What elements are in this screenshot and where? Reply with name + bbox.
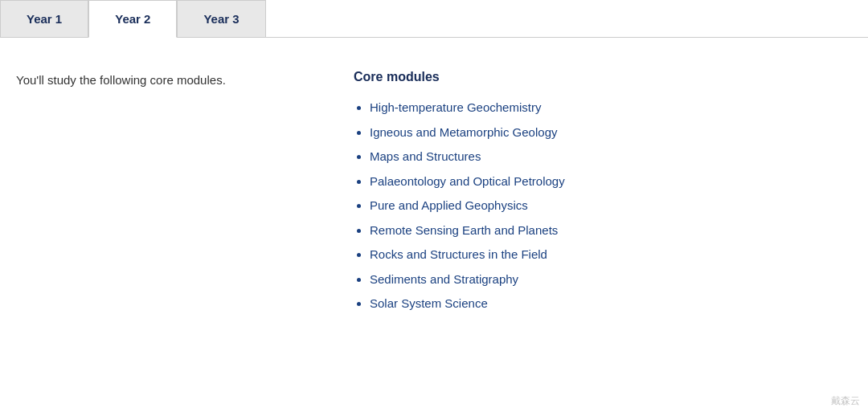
module-item[interactable]: Maps and Structures — [370, 145, 852, 169]
module-item[interactable]: Solar System Science — [370, 292, 852, 316]
module-item[interactable]: Remote Sensing Earth and Planets — [370, 218, 852, 243]
modules-section: Core modules High-temperature Geochemist… — [354, 70, 852, 316]
tabs-container: Year 1 Year 2 Year 3 — [0, 0, 868, 38]
module-item[interactable]: Igneous and Metamorphic Geology — [370, 120, 852, 145]
watermark: 戴森云 — [831, 394, 860, 408]
module-item[interactable]: Rocks and Structures in the Field — [370, 243, 852, 267]
module-item[interactable]: High-temperature Geochemistry — [370, 96, 852, 120]
module-item[interactable]: Palaeontology and Optical Petrology — [370, 169, 852, 194]
module-list: High-temperature GeochemistryIgneous and… — [354, 96, 852, 316]
content-area: You'll study the following core modules.… — [0, 38, 868, 349]
tab-year2[interactable]: Year 2 — [88, 0, 177, 38]
module-item[interactable]: Sediments and Stratigraphy — [370, 267, 852, 292]
core-modules-heading: Core modules — [354, 70, 852, 84]
module-item[interactable]: Pure and Applied Geophysics — [370, 194, 852, 218]
tab-year1[interactable]: Year 1 — [0, 0, 88, 37]
tab-year3[interactable]: Year 3 — [177, 0, 265, 37]
intro-text: You'll study the following core modules. — [16, 70, 321, 316]
